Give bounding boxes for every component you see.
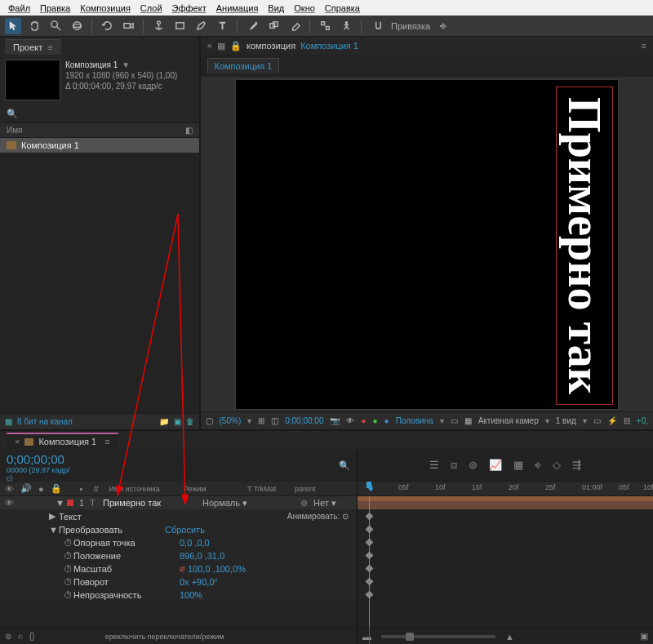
lock-switch-icon[interactable]: 🔒 — [51, 483, 62, 494]
menu-animation[interactable]: Анимация — [213, 3, 262, 13]
bit-depth-button[interactable]: 8 бит на канал — [17, 417, 73, 426]
rect-tool-icon[interactable] — [171, 18, 188, 34]
camera-dropdown[interactable]: Активная камер — [478, 416, 539, 425]
show-snapshot-icon[interactable]: 👁 — [346, 416, 354, 425]
viewer-canvas-area[interactable]: Примерно так — [201, 77, 653, 411]
layer-row[interactable]: 👁 ▼ 1 T Примерно так Нормаль ▾ ⊚ Нет ▾ — [0, 496, 357, 510]
always-preview-icon[interactable]: ▢ — [206, 416, 213, 425]
timeline-search-icon[interactable]: 🔍 — [339, 460, 350, 471]
twirl-icon[interactable]: ▼ — [56, 498, 64, 508]
new-comp-icon[interactable]: ▣ — [174, 417, 181, 426]
composition-thumbnail[interactable] — [5, 60, 60, 100]
zoom-level[interactable]: (50%) — [220, 416, 242, 425]
menu-help[interactable]: Справка — [322, 3, 363, 13]
motion-blur-icon[interactable]: {} — [29, 632, 35, 641]
stopwatch-icon[interactable]: ⏱ — [64, 577, 73, 587]
delete-icon[interactable]: 🗑 — [186, 417, 194, 426]
hand-tool-icon[interactable] — [26, 18, 42, 34]
zoom-tool-icon[interactable] — [47, 18, 64, 34]
animate-menu[interactable]: Анимировать: ⊙ — [287, 512, 349, 521]
label-column-icon[interactable]: ◧ — [185, 126, 193, 135]
resolution-dropdown[interactable]: Половина — [396, 416, 433, 425]
menu-layer[interactable]: Слой — [137, 3, 166, 13]
opacity-row[interactable]: ⏱ Непрозрачность 100% — [0, 588, 357, 602]
camera-tool-icon[interactable] — [120, 18, 136, 34]
selection-tool-icon[interactable] — [5, 18, 21, 34]
zoom-out-icon[interactable]: ▬ — [362, 632, 371, 642]
comp-flowchart-icon[interactable]: ⇶ — [572, 459, 581, 471]
brainstorm-icon[interactable]: ⎆ — [535, 459, 541, 471]
label-column-icon[interactable]: ▪ — [80, 484, 83, 494]
transparency-grid-icon[interactable]: ▦ — [464, 416, 472, 425]
interpret-icon[interactable]: ▦ — [5, 417, 12, 426]
panel-menu-icon[interactable]: ≡ — [642, 41, 646, 51]
transform-reset-link[interactable]: Сбросить — [165, 525, 205, 535]
snap-options-icon[interactable]: ⎆ — [435, 18, 451, 34]
stopwatch-icon[interactable]: ⏱ — [64, 590, 73, 600]
chevron-down-icon[interactable]: ▼ — [122, 60, 130, 69]
menu-view[interactable]: Вид — [264, 3, 287, 13]
twirl-icon[interactable]: ▼ — [49, 525, 59, 535]
text-layer-bounds[interactable]: Примерно так — [556, 87, 613, 405]
timeline-tracks[interactable] — [358, 496, 653, 628]
new-folder-icon[interactable]: 📁 — [159, 417, 169, 426]
pen-tool-icon[interactable] — [193, 18, 209, 34]
graph-editor-icon[interactable]: 📈 — [489, 459, 502, 471]
stopwatch-icon[interactable]: ⏱ — [64, 538, 73, 548]
current-time[interactable]: 0;00;00;00 — [285, 416, 323, 425]
comp-button-icon[interactable]: ▣ — [640, 631, 648, 642]
zoom-in-icon[interactable]: ▲ — [505, 632, 514, 642]
time-ruler[interactable]: ▮ 05f 10f 15f 20f 25f 01:00f 05f 10f — [358, 482, 653, 496]
twirl-icon[interactable]: ▶ — [49, 511, 59, 522]
motion-blur-switch-icon[interactable]: ⊚ — [469, 459, 478, 471]
lock-icon[interactable]: 🔒 — [230, 41, 242, 51]
parent-pickwhip-icon[interactable]: ⊚ — [300, 498, 310, 509]
scale-row[interactable]: ⏱ Масштаб ⌀ 100,0 ,100,0% — [0, 562, 357, 575]
resolution-grid-icon[interactable]: ⊞ — [258, 416, 264, 425]
menu-composition[interactable]: Композиция — [77, 3, 134, 13]
auto-keyframe-icon[interactable]: ◇ — [553, 459, 561, 471]
close-tab-icon[interactable]: × — [207, 41, 212, 51]
menu-edit[interactable]: Правка — [37, 3, 73, 13]
timeline-track-area[interactable]: ☰ ⧈ ⊚ 📈 ▦ ⎆ ◇ ⇶ ▮ 05f 10f 15f 20f 25f 01… — [358, 449, 653, 644]
prop-value[interactable]: 896,0 ,31,0 — [180, 551, 224, 561]
timeline-current-time[interactable]: 0;00;00;00 — [7, 452, 75, 466]
position-row[interactable]: ⏱ Положение 896,0 ,31,0 — [0, 549, 357, 562]
video-toggle-icon[interactable]: 👁 — [5, 498, 16, 508]
constrain-link-icon[interactable]: ⌀ — [180, 563, 188, 574]
frame-blend-switch-icon[interactable]: ⧈ — [451, 459, 457, 472]
prop-value[interactable]: 100% — [180, 590, 202, 600]
close-tab-icon[interactable]: × — [15, 437, 20, 446]
roto-tool-icon[interactable] — [317, 18, 333, 34]
view-layout-dropdown[interactable]: 1 вид — [556, 416, 576, 425]
column-name-header[interactable]: Имя — [7, 126, 22, 135]
brush-tool-icon[interactable] — [244, 18, 260, 34]
mask-toggle-icon[interactable]: ◫ — [271, 416, 278, 425]
timeline-tab[interactable]: × Композиция 1 ≡ — [7, 433, 118, 449]
channel-icon[interactable]: ● — [361, 416, 366, 425]
parent-dropdown[interactable]: Нет ▾ — [313, 498, 336, 509]
prop-value[interactable]: 0,0 ,0,0 — [180, 538, 210, 548]
menu-window[interactable]: Окно — [291, 3, 318, 13]
pixel-aspect-icon[interactable]: ▭ — [593, 416, 601, 425]
viewer-active-comp[interactable]: Композиция 1 — [300, 41, 358, 51]
roi-icon[interactable]: ▭ — [451, 416, 458, 425]
layer-name[interactable]: Примерно так — [103, 498, 199, 508]
project-item-list[interactable]: Композиция 1 — [0, 138, 199, 413]
project-tab[interactable]: Проект≡ — [5, 39, 61, 55]
stopwatch-icon[interactable]: ⏱ — [64, 564, 73, 574]
type-tool-icon[interactable] — [214, 18, 230, 34]
menu-effect[interactable]: Эффект — [169, 3, 210, 13]
layer-track-bar[interactable] — [358, 496, 653, 510]
panel-menu-icon[interactable]: ≡ — [47, 42, 52, 52]
audio-switch-icon[interactable]: 🔊 — [20, 483, 32, 494]
transform-group-row[interactable]: ▼ Преобразовать Сбросить — [0, 523, 357, 536]
draft-3d-icon[interactable]: ▦ — [513, 459, 523, 471]
orbit-tool-icon[interactable] — [69, 18, 85, 34]
rotate-tool-icon[interactable] — [99, 18, 115, 34]
timeline-icon[interactable]: ⊟ — [624, 416, 630, 425]
prop-value[interactable]: 0x +90,0° — [180, 577, 218, 587]
toggle-switches-icon[interactable]: ⊚ — [5, 632, 11, 641]
frame-blend-icon[interactable]: ⎌ — [18, 632, 23, 641]
eraser-tool-icon[interactable] — [287, 18, 303, 34]
